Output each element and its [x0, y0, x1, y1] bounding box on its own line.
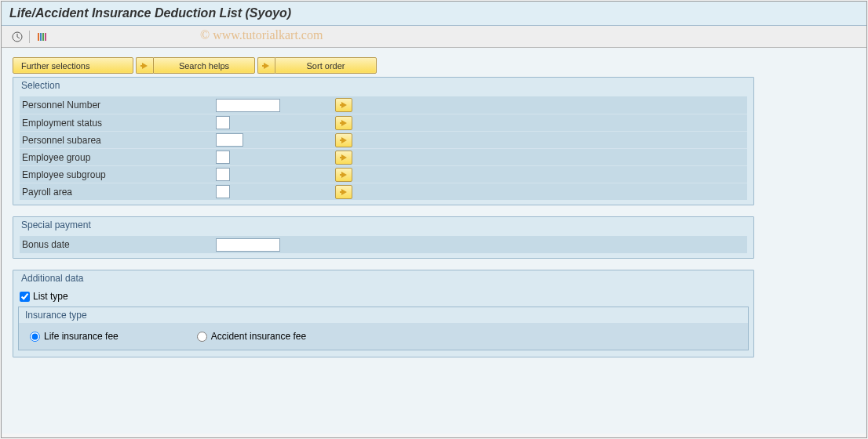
- list-type-label: List type: [33, 291, 68, 302]
- row-employment-status: Employment status: [20, 114, 747, 131]
- list-type-checkbox[interactable]: [20, 292, 30, 302]
- employment-status-input[interactable]: [216, 116, 230, 129]
- row-personnel-number: Personnel Number: [20, 96, 747, 114]
- svg-rect-3: [38, 33, 39, 41]
- life-insurance-radio[interactable]: [30, 332, 40, 342]
- employment-status-multiselect-button[interactable]: [335, 116, 352, 130]
- svg-line-2: [17, 37, 20, 38]
- selection-group: Selection Personnel Number Employment st…: [13, 77, 754, 205]
- app-window: Life/Accident Insurance Deduction List (…: [1, 1, 867, 438]
- employee-group-input[interactable]: [216, 151, 230, 164]
- toolbar: [2, 26, 866, 48]
- payroll-area-label: Payroll area: [20, 187, 216, 198]
- row-personnel-subarea: Personnel subarea: [20, 131, 747, 148]
- sort-order-arrow-icon[interactable]: [257, 57, 275, 74]
- svg-rect-5: [42, 33, 44, 41]
- bonus-date-label: Bonus date: [20, 239, 216, 250]
- selection-group-title: Selection: [13, 78, 753, 95]
- sort-order-button[interactable]: Sort order: [275, 57, 377, 74]
- further-selections-button[interactable]: Further selections: [13, 57, 133, 74]
- search-helps-arrow-icon[interactable]: [136, 57, 153, 74]
- row-employee-subgroup: Employee subgroup: [20, 165, 747, 183]
- personnel-number-label: Personnel Number: [20, 100, 216, 111]
- employee-subgroup-multiselect-button[interactable]: [335, 168, 352, 182]
- svg-rect-4: [40, 33, 42, 41]
- row-bonus-date: Bonus date: [20, 236, 747, 253]
- execute-button[interactable]: [9, 29, 25, 45]
- special-payment-group: Special payment Bonus date: [13, 216, 754, 259]
- insurance-type-title: Insurance type: [19, 307, 748, 323]
- personnel-number-input[interactable]: [216, 99, 280, 112]
- additional-data-title: Additional data: [13, 270, 753, 288]
- svg-rect-6: [45, 33, 46, 41]
- payroll-area-multiselect-button[interactable]: [335, 185, 352, 199]
- row-employee-group: Employee group: [20, 148, 747, 165]
- personnel-subarea-input[interactable]: [216, 133, 243, 147]
- employment-status-label: Employment status: [20, 118, 216, 129]
- personnel-subarea-label: Personnel subarea: [20, 135, 216, 146]
- employee-group-multiselect-button[interactable]: [335, 151, 352, 165]
- toolbar-separator: [29, 31, 30, 43]
- search-helps-button[interactable]: Search helps: [153, 57, 255, 74]
- employee-group-label: Employee group: [20, 152, 216, 163]
- content-area: Further selections Search helps Sort ord…: [2, 48, 866, 434]
- employee-subgroup-input[interactable]: [216, 168, 230, 181]
- variants-button[interactable]: [34, 29, 49, 45]
- insurance-type-group: Insurance type Life insurance fee Accide…: [18, 307, 749, 350]
- personnel-subarea-multiselect-button[interactable]: [335, 133, 352, 147]
- additional-data-group: Additional data List type Insurance type…: [13, 270, 754, 357]
- life-insurance-label: Life insurance fee: [44, 331, 119, 342]
- top-buttons: Further selections Search helps Sort ord…: [13, 57, 855, 74]
- accident-insurance-radio[interactable]: [197, 332, 207, 342]
- bonus-date-input[interactable]: [216, 238, 280, 252]
- special-payment-title: Special payment: [13, 217, 753, 234]
- row-payroll-area: Payroll area: [20, 183, 747, 200]
- payroll-area-input[interactable]: [216, 185, 230, 198]
- personnel-number-multiselect-button[interactable]: [335, 98, 352, 112]
- page-title: Life/Accident Insurance Deduction List (…: [2, 2, 866, 26]
- accident-insurance-label: Accident insurance fee: [211, 331, 306, 342]
- employee-subgroup-label: Employee subgroup: [20, 169, 216, 180]
